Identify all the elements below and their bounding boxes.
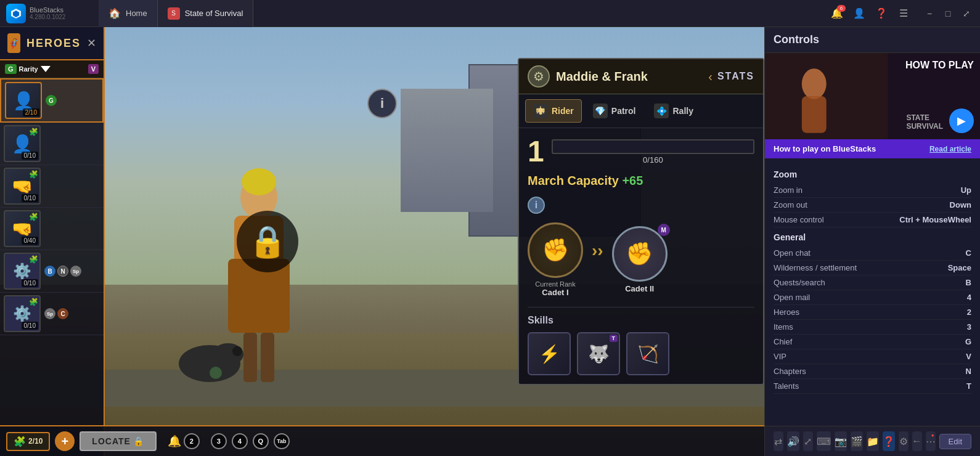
hero-filter[interactable]: G Rarity V (0, 60, 104, 78)
chapters-label: Chapters (774, 367, 806, 376)
locate-button[interactable]: LOCATE 🔒 (80, 431, 157, 451)
right-icon-settings[interactable]: ⚙ (899, 431, 909, 451)
expand-button[interactable]: ⤢ (958, 5, 975, 22)
skill-box-3[interactable]: 🏹 (626, 332, 669, 375)
right-bottom-icons: ⇄ 🔊 ⤢ ⌨ 📷 🎬 📁 ❓ ⚙ ← ⋯ ● Edit (765, 426, 980, 456)
svg-point-7 (242, 168, 276, 195)
lock-overlay: 🔒 (237, 211, 298, 272)
current-rank-badge: ✊ (528, 222, 583, 278)
skills-section: Skills ⚡ 🐺 T 🏹 (528, 307, 754, 375)
level-xp-row: 1 0/160 (528, 137, 754, 166)
rider-icon: 🕷 (533, 104, 548, 118)
add-button[interactable]: + (55, 431, 75, 451)
right-icon-back[interactable]: ← (912, 431, 922, 451)
hero-puzzle-icon: 🧩 (29, 213, 38, 221)
skill-tabs: 🕷 Rider 💎 Patrol 💠 Rally (519, 94, 763, 128)
how-to-play-bar: How to play on BlueStacks Read article (765, 139, 980, 158)
bluestacks-logo: BlueStacks 4.280.0.1022 (0, 4, 99, 23)
right-icon-folder[interactable]: 📁 (867, 431, 879, 451)
hero-item[interactable]: 👤 2/10 G (0, 78, 104, 123)
bell-count-badge: 2 (184, 433, 200, 449)
stats-panel: ⚙ Maddie & Frank ‹ STATS 🕷 Rider 💎 Patro… (518, 58, 764, 385)
badge-space: Sp (70, 266, 81, 277)
right-icon-arrows[interactable]: ⇄ (774, 431, 783, 451)
tab-rider[interactable]: 🕷 Rider (525, 99, 582, 123)
hero-avatar: 🤜 🧩 0/40 (4, 210, 41, 247)
tab-rally[interactable]: 💠 Rally (647, 99, 700, 123)
bottom-badge-tab: Tab (274, 433, 290, 449)
heroes-close-button[interactable]: ✕ (87, 36, 96, 50)
bottom-badge-q: Q (253, 433, 269, 449)
skill-box-1[interactable]: ⚡ (528, 332, 571, 375)
hero-item[interactable]: ⚙️ 🧩 0/10 B N Sp (0, 250, 104, 293)
tab-rally-label: Rally (672, 106, 693, 116)
badge-n: N (57, 266, 68, 277)
tab-rider-label: Rider (552, 106, 574, 116)
hero-item[interactable]: 🤜 🧩 0/10 (0, 165, 104, 208)
main-content: 🔒 🦸 HEROES ✕ G Rarity V 👤 2/10 (0, 27, 980, 456)
current-rank-sublabel: Current Rank (535, 280, 575, 288)
locate-icon: 🔒 (133, 436, 144, 446)
hero-puzzle-icon: 🧩 (29, 170, 38, 179)
hero-avatar: 👤 🧩 0/10 (4, 125, 41, 162)
edit-button[interactable]: Edit (939, 434, 971, 449)
heroes-header: 🦸 HEROES ✕ (0, 27, 104, 60)
hero-count: 0/40 (22, 237, 38, 245)
gear-icon-large: ⚙ (528, 65, 550, 88)
minimize-button[interactable]: − (921, 5, 938, 22)
controls-row-chapters: Chapters N (774, 364, 971, 379)
read-article-link[interactable]: Read article (929, 145, 971, 153)
svg-point-10 (232, 346, 242, 356)
right-icon-record[interactable]: 🎬 (851, 431, 863, 451)
mail-label: Open mail (774, 293, 810, 302)
hero-item[interactable]: ⚙️ 🧩 0/10 Sp C (0, 293, 104, 335)
puzzle-count-button[interactable]: 🧩 2/10 (6, 432, 50, 451)
hero-avatar: 🤜 🧩 0/10 (4, 168, 41, 205)
right-icon-screenshot[interactable]: 📷 (835, 431, 847, 451)
right-panel: Controls HOW TO PLAY STATESURVIVAL ▶ How… (764, 27, 980, 456)
hero-item[interactable]: 👤 🧩 0/10 (0, 123, 104, 165)
tab-home[interactable]: 🏠 Home (99, 0, 158, 27)
patrol-icon: 💎 (593, 104, 608, 118)
heroes-icon: 🦸 (7, 33, 20, 53)
hero-avatar: ⚙️ 🧩 0/10 (4, 253, 41, 290)
bell-button[interactable]: 🔔 2 (168, 433, 200, 449)
notif-count: 6 (837, 5, 846, 12)
m-badge: M (658, 224, 670, 236)
info-circle-icon[interactable]: i (528, 197, 545, 214)
nav-left-arrow[interactable]: ‹ (708, 70, 713, 84)
hero-avatar: 👤 2/10 (5, 82, 42, 119)
quests-label: Quests/search (774, 278, 825, 287)
notifications-button[interactable]: 🔔 6 (827, 4, 847, 23)
march-capacity: March Capacity +65 (528, 174, 754, 188)
controls-row-zoom-in: Zoom in Up (774, 183, 971, 198)
tab-patrol[interactable]: 💎 Patrol (586, 99, 643, 123)
how-to-play-text: HOW TO PLAY (905, 59, 974, 72)
skill-box-2[interactable]: 🐺 T (577, 332, 620, 375)
badge-b: B (44, 266, 55, 277)
rarity-label: Rarity (19, 65, 38, 73)
right-icon-volume[interactable]: 🔊 (787, 431, 799, 451)
help-button[interactable]: ❓ (872, 4, 891, 23)
account-button[interactable]: 👤 (849, 4, 869, 23)
bottom-badge-4: 4 (232, 433, 248, 449)
right-icon-expand[interactable]: ⤢ (803, 431, 813, 451)
play-button[interactable]: ▶ (949, 108, 974, 133)
right-icon-keyboard[interactable]: ⌨ (817, 431, 831, 451)
right-icon-dots[interactable]: ⋯ ● (926, 431, 936, 451)
badge-space: Sp (44, 308, 55, 319)
open-chat-key: C (966, 248, 971, 258)
march-capacity-bonus: +65 (622, 174, 643, 187)
bottom-badge-3: 3 (211, 433, 227, 449)
hero-item[interactable]: 🤜 🧩 0/40 (0, 208, 104, 250)
game-tab-icon: S (168, 7, 180, 20)
hero-puzzle-icon: 🧩 (29, 255, 38, 264)
maximize-button[interactable]: □ (939, 5, 957, 22)
right-icon-question[interactable]: ❓ (883, 431, 895, 451)
info-button-overlay[interactable]: i (367, 89, 397, 118)
svg-rect-6 (261, 333, 274, 382)
tab-game[interactable]: S State of Survival (158, 0, 254, 27)
game-area[interactable]: 🔒 🦸 HEROES ✕ G Rarity V 👤 2/10 (0, 27, 764, 456)
stats-nav: ‹ STATS (708, 70, 754, 84)
menu-button[interactable]: ☰ (894, 4, 913, 23)
